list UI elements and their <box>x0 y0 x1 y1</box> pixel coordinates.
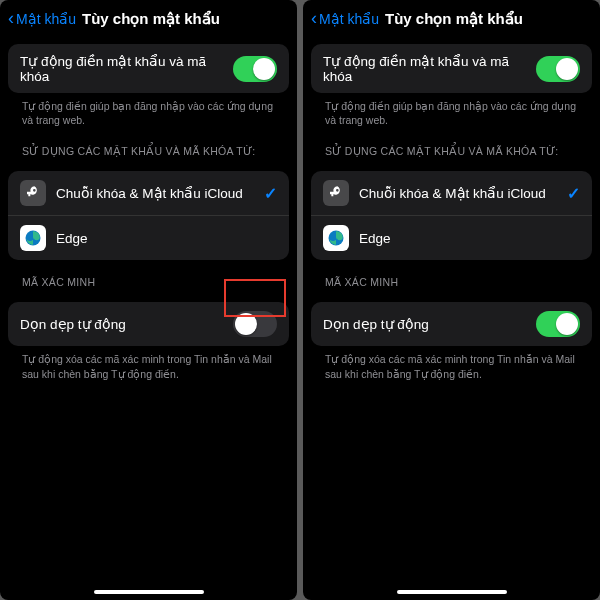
autofill-label: Tự động điền mật khẩu và mã khóa <box>20 53 233 84</box>
cleanup-label: Dọn dẹp tự động <box>323 316 536 332</box>
checkmark-icon: ✓ <box>567 184 580 203</box>
source-edge-row[interactable]: Edge <box>311 215 592 260</box>
source-keychain-row[interactable]: Chuỗi khóa & Mật khẩu iCloud ✓ <box>8 171 289 215</box>
verify-footer: Tự động xóa các mã xác minh trong Tin nh… <box>8 346 289 382</box>
key-icon <box>323 180 349 206</box>
checkmark-icon: ✓ <box>264 184 277 203</box>
sources-group: Chuỗi khóa & Mật khẩu iCloud ✓ Edge <box>8 171 289 260</box>
chevron-left-icon: ‹ <box>8 9 14 27</box>
phone-left: ‹ Mật khẩu Tùy chọn mật khẩu Tự động điề… <box>0 0 297 600</box>
verify-group: Dọn dẹp tự động <box>8 302 289 346</box>
cleanup-row[interactable]: Dọn dẹp tự động <box>8 302 289 346</box>
nav-bar: ‹ Mật khẩu Tùy chọn mật khẩu <box>303 0 600 34</box>
back-label: Mật khẩu <box>16 11 76 27</box>
home-indicator <box>397 590 507 594</box>
edge-icon <box>323 225 349 251</box>
source-edge-label: Edge <box>359 231 580 246</box>
autofill-row[interactable]: Tự động điền mật khẩu và mã khóa <box>311 44 592 93</box>
page-title: Tùy chọn mật khẩu <box>82 10 220 28</box>
verify-header: MÃ XÁC MINH <box>8 260 289 292</box>
source-keychain-label: Chuỗi khóa & Mật khẩu iCloud <box>359 185 567 201</box>
autofill-footer: Tự động điền giúp bạn đăng nhập vào các … <box>8 93 289 129</box>
autofill-group: Tự động điền mật khẩu và mã khóa <box>8 44 289 93</box>
page-title: Tùy chọn mật khẩu <box>385 10 523 28</box>
cleanup-label: Dọn dẹp tự động <box>20 316 233 332</box>
verify-header: MÃ XÁC MINH <box>311 260 592 292</box>
cleanup-toggle[interactable] <box>536 311 580 337</box>
source-keychain-label: Chuỗi khóa & Mật khẩu iCloud <box>56 185 264 201</box>
source-edge-label: Edge <box>56 231 277 246</box>
source-edge-row[interactable]: Edge <box>8 215 289 260</box>
sources-header: SỬ DỤNG CÁC MẬT KHẨU VÀ MÃ KHÓA TỪ: <box>311 129 592 161</box>
verify-group: Dọn dẹp tự động <box>311 302 592 346</box>
sources-header: SỬ DỤNG CÁC MẬT KHẨU VÀ MÃ KHÓA TỪ: <box>8 129 289 161</box>
verify-footer: Tự động xóa các mã xác minh trong Tin nh… <box>311 346 592 382</box>
autofill-label: Tự động điền mật khẩu và mã khóa <box>323 53 536 84</box>
back-button[interactable]: ‹ Mật khẩu <box>8 11 76 27</box>
back-label: Mật khẩu <box>319 11 379 27</box>
sources-group: Chuỗi khóa & Mật khẩu iCloud ✓ Edge <box>311 171 592 260</box>
autofill-row[interactable]: Tự động điền mật khẩu và mã khóa <box>8 44 289 93</box>
source-keychain-row[interactable]: Chuỗi khóa & Mật khẩu iCloud ✓ <box>311 171 592 215</box>
key-icon <box>20 180 46 206</box>
home-indicator <box>94 590 204 594</box>
autofill-group: Tự động điền mật khẩu và mã khóa <box>311 44 592 93</box>
edge-icon <box>20 225 46 251</box>
autofill-toggle[interactable] <box>233 56 277 82</box>
cleanup-toggle[interactable] <box>233 311 277 337</box>
autofill-footer: Tự động điền giúp bạn đăng nhập vào các … <box>311 93 592 129</box>
cleanup-row[interactable]: Dọn dẹp tự động <box>311 302 592 346</box>
autofill-toggle[interactable] <box>536 56 580 82</box>
phone-right: ‹ Mật khẩu Tùy chọn mật khẩu Tự động điề… <box>303 0 600 600</box>
nav-bar: ‹ Mật khẩu Tùy chọn mật khẩu <box>0 0 297 34</box>
back-button[interactable]: ‹ Mật khẩu <box>311 11 379 27</box>
chevron-left-icon: ‹ <box>311 9 317 27</box>
